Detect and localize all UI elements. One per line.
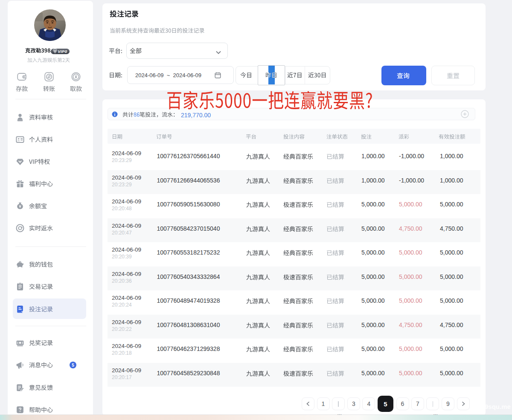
svg-text:VIP0: VIP0	[58, 49, 67, 53]
